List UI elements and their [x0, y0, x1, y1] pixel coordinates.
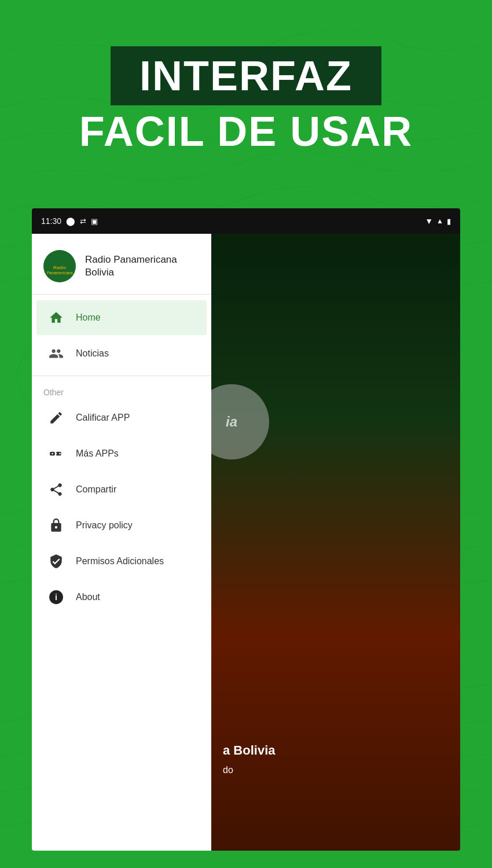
app-content-text: a Bolivia — [223, 743, 275, 758]
privacy-label: Privacy policy — [76, 520, 133, 531]
title-area: INTERFAZ FACIL DE USAR — [0, 46, 492, 155]
home-label: Home — [76, 312, 101, 323]
compartir-icon — [48, 481, 64, 498]
drawer-item-permisos[interactable]: Permisos Adicionales — [36, 544, 207, 579]
time-display: 11:30 — [41, 216, 61, 226]
drawer-item-noticias[interactable]: Noticias — [36, 336, 207, 371]
title-box: INTERFAZ — [111, 46, 381, 105]
app-main-content: ia a Bolivia do — [211, 234, 460, 851]
mas-apps-icon — [48, 446, 64, 462]
drawer-header: Radio Panamericana Radio Panamericana Bo… — [32, 234, 211, 295]
about-icon: i — [48, 589, 64, 605]
permisos-label: Permisos Adicionales — [76, 556, 164, 567]
drawer-item-about[interactable]: i About — [36, 580, 207, 615]
other-section-title: Other — [32, 381, 211, 399]
drawer-items: Home Noticias Other — [32, 299, 211, 851]
svg-point-11 — [56, 453, 57, 455]
app-logo: Radio Panamericana — [43, 250, 76, 282]
svg-text:Radio: Radio — [53, 265, 66, 270]
circle-logo-text: ia — [226, 414, 237, 430]
status-left: 11:30 ⬤ ⇄ ▣ — [41, 216, 98, 226]
mas-apps-label: Más APPs — [76, 448, 119, 459]
drawer-app-name: Radio Panamericana Bolivia — [85, 253, 200, 279]
drawer-divider-1 — [32, 376, 211, 376]
battery-icon: ▮ — [447, 217, 451, 226]
home-icon — [48, 310, 64, 326]
calificar-icon — [48, 410, 64, 426]
svg-point-10 — [52, 453, 53, 455]
drawer-item-mas-apps[interactable]: Más APPs — [36, 436, 207, 471]
drawer-item-compartir[interactable]: Compartir — [36, 472, 207, 507]
wifi-icon: ▼ — [425, 216, 433, 226]
navigation-drawer: Radio Panamericana Radio Panamericana Bo… — [32, 234, 211, 851]
noticias-icon — [48, 345, 64, 362]
svg-text:i: i — [55, 593, 57, 602]
title-line2: FACIL DE USAR — [35, 108, 457, 155]
permisos-icon — [48, 553, 64, 569]
title-line1: INTERFAZ — [139, 53, 353, 99]
drawer-item-privacy[interactable]: Privacy policy — [36, 508, 207, 543]
sync-icon: ⇄ — [80, 217, 86, 226]
app-content-subtext: do — [223, 765, 233, 775]
phone-mockup: 11:30 ⬤ ⇄ ▣ ▼ ▲ ▮ Radio Panamericana — [32, 208, 460, 851]
drawer-item-calificar[interactable]: Calificar APP — [36, 400, 207, 435]
noticias-label: Noticias — [76, 348, 109, 359]
svg-point-12 — [59, 453, 61, 455]
drawer-item-home[interactable]: Home — [36, 300, 207, 335]
svg-text:Panamericana: Panamericana — [46, 271, 72, 275]
about-label: About — [76, 592, 100, 602]
status-right: ▼ ▲ ▮ — [425, 216, 451, 226]
compartir-label: Compartir — [76, 484, 116, 495]
drawer-scrim[interactable] — [211, 234, 460, 851]
circle-status-icon: ⬤ — [66, 216, 75, 226]
status-bar: 11:30 ⬤ ⇄ ▣ ▼ ▲ ▮ — [32, 208, 460, 234]
calificar-label: Calificar APP — [76, 413, 130, 423]
privacy-icon — [48, 517, 64, 534]
screenshot-icon: ▣ — [91, 217, 98, 226]
signal-icon: ▲ — [436, 217, 443, 225]
main-content: Radio Panamericana Radio Panamericana Bo… — [32, 234, 460, 851]
